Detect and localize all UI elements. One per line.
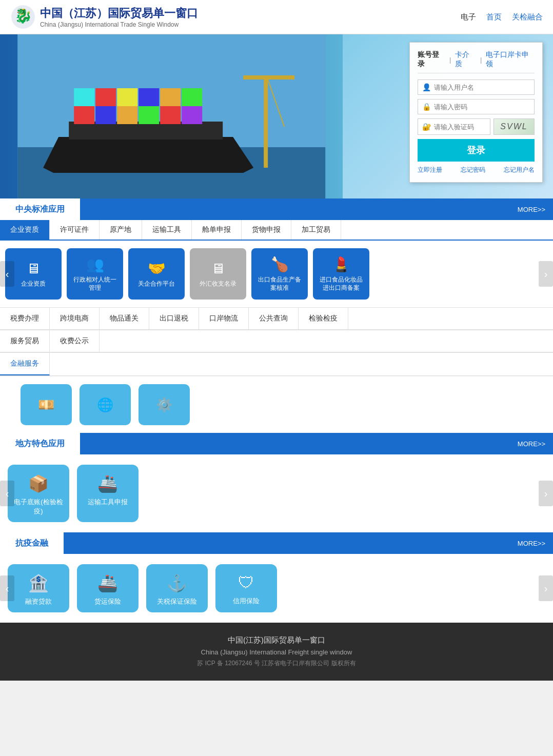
login-tabs: 账号登录 | 卡介质 | 电子口岸卡申领 [418,50,535,73]
finance-icon-0[interactable]: 🏦 融资贷款 [8,564,69,612]
password-input[interactable] [434,103,530,111]
hero-banner: 账号登录 | 卡介质 | 电子口岸卡申领 👤 🔒 🔐 SVWL 登录 立即注册 … [0,34,553,198]
sep-1: | [449,56,451,64]
login-tab-apply[interactable]: 电子口岸卡申领 [486,50,535,69]
cat-tab-4[interactable]: 舱单申报 [192,220,242,240]
icon-grid-left-arrow[interactable]: ‹ [0,261,14,287]
icon-item-3[interactable]: 🖥 外汇收支名录 [190,248,246,300]
sub-cat-0[interactable]: 税费办理 [0,308,50,329]
cat-tab-5[interactable]: 货物申报 [242,220,291,240]
icon-label-1: 行政相对人统一管理 [72,276,118,292]
nav-links: 电子 首页 关检融合 [461,12,543,22]
logo-en-title: China (Jiangsu) International Trade Sing… [40,21,198,28]
captcha-input[interactable] [434,123,486,131]
username-input[interactable] [434,84,530,91]
central-section-title: 中央标准应用 [0,198,80,220]
bottom-icon-2[interactable]: ⚙️ [139,384,190,425]
finance-icon-3-sym: 🛡 [238,573,254,592]
login-tab-account[interactable]: 账号登录 [418,50,445,69]
svg-rect-11 [182,106,202,124]
forgot-user-link[interactable]: 忘记用户名 [504,166,535,174]
logo-icon: 🐉 [10,4,36,30]
register-link[interactable]: 立即注册 [418,166,442,174]
cat-tab-3[interactable]: 运输工具 [142,220,192,240]
finance-icon-2-sym: ⚓ [167,573,187,593]
local-left-arrow[interactable]: ‹ [0,481,14,506]
icon-item-4[interactable]: 🍗 出口食品生产备案核准 [251,248,308,300]
sub-cat-9[interactable]: 金融服务 [0,353,50,375]
finance-icon-1[interactable]: 🚢 货运保险 [77,564,139,612]
sub-cat-6[interactable]: 检验检疫 [299,308,348,329]
login-tab-card[interactable]: 卡介质 [455,50,476,69]
bottom-icon-strip: 💴 🌐 ⚙️ [0,376,553,433]
sub-cat-4[interactable]: 口岸物流 [199,308,249,329]
finance-section-title: 抗疫金融 [0,532,64,554]
sub-cat-2[interactable]: 物品通关 [100,308,149,329]
hero-background [0,34,343,198]
finance-section-more[interactable]: MORE>> [518,540,553,547]
forgot-pwd-link[interactable]: 忘记密码 [461,166,485,174]
finance-icon-0-sym: 🏦 [28,573,49,593]
icon-grid: 🖥 企业资质 👥 行政相对人统一管理 🤝 关企合作平台 🖥 外汇收支名录 🍗 出… [0,241,553,307]
username-field: 👤 [418,79,535,95]
cat-tab-6[interactable]: 加工贸易 [291,220,341,240]
local-icon-1[interactable]: 🚢 运输工具申报 [77,465,139,522]
finance-right-arrow[interactable]: › [539,575,553,601]
sub-cat-8[interactable]: 收费公示 [50,330,100,352]
icon-sym-2: 🤝 [148,260,166,277]
icon-label-5: 进口食品化妆品进出口商备案 [318,276,364,292]
finance-icon-2[interactable]: ⚓ 关税保证保险 [146,564,208,612]
icon-label-0: 企业资质 [21,280,46,288]
icon-sym-3: 🖥 [211,260,225,277]
icon-sym-0: 🖥 [26,260,41,277]
local-section-header: 地方特色应用 MORE>> [0,433,553,454]
nav-link-dianzi[interactable]: 电子 [461,12,476,22]
icon-sym-5: 💄 [332,256,350,273]
finance-icon-2-label: 关税保证保险 [157,597,197,606]
central-section-more[interactable]: MORE>> [518,206,553,213]
captcha-icon: 🔐 [422,123,431,131]
login-button[interactable]: 登录 [418,139,535,162]
svg-rect-5 [69,122,223,140]
sub-cat-1[interactable]: 跨境电商 [50,308,100,329]
bottom-icon-0[interactable]: 💴 [21,384,72,425]
icon-item-1[interactable]: 👥 行政相对人统一管理 [67,248,123,300]
local-right-arrow[interactable]: › [539,481,553,506]
svg-rect-19 [243,75,294,79]
footer-icp: 苏 ICP 备 12067246 号 江苏省电子口岸有限公司 版权所有 [10,659,543,668]
local-icon-grid: 📦 电子底账(检验检疫) 🚢 运输工具申报 [0,454,553,532]
finance-icon-0-label: 融资贷款 [25,597,52,606]
central-section-header: 中央标准应用 MORE>> [0,198,553,220]
finance-section-header: 抗疫金融 MORE>> [0,532,553,554]
nav-link-guanjian[interactable]: 关检融合 [512,12,543,22]
logo-area: 🐉 中国（江苏）国际贸易单一窗口 China (Jiangsu) Interna… [10,4,198,30]
local-section-more[interactable]: MORE>> [518,440,553,448]
finance-left-arrow[interactable]: ‹ [0,575,14,601]
nav-link-home[interactable]: 首页 [486,12,502,22]
sub-cat-3[interactable]: 出口退税 [149,308,199,329]
svg-rect-14 [117,88,137,106]
bottom-icon-1[interactable]: 🌐 [80,384,131,425]
icon-grid-right-arrow[interactable]: › [539,261,553,287]
captcha-row: 🔐 SVWL [418,118,535,135]
local-icon-1-sym: 🚢 [97,474,118,493]
sep-2: | [480,56,482,64]
local-icon-section: ‹ 📦 电子底账(检验检疫) 🚢 运输工具申报 › [0,454,553,532]
sub-cat-section: 税费办理 跨境电商 物品通关 出口退税 口岸物流 公共查询 检验检疫 服务贸易 … [0,307,553,376]
bottom-icon-2-sym: ⚙️ [156,397,172,413]
sub-cat-7[interactable]: 服务贸易 [0,330,50,352]
captcha-image[interactable]: SVWL [493,118,535,135]
user-icon: 👤 [422,83,431,91]
footer-cn: 中国(江苏)国际贸易单一窗口 [10,635,543,645]
ship-svg [0,34,343,198]
icon-item-2[interactable]: 🤝 关企合作平台 [128,248,185,300]
svg-rect-6 [74,106,94,124]
cat-tab-0[interactable]: 企业资质 [0,220,50,240]
icon-item-5[interactable]: 💄 进口食品化妆品进出口商备案 [313,248,369,300]
finance-icon-3[interactable]: 🛡 信用保险 [215,564,277,612]
cat-tab-2[interactable]: 原产地 [100,220,142,240]
sub-cat-5[interactable]: 公共查询 [249,308,299,329]
cat-tab-1[interactable]: 许可证件 [50,220,100,240]
bottom-icon-1-sym: 🌐 [97,397,113,413]
local-icon-0[interactable]: 📦 电子底账(检验检疫) [8,465,69,522]
